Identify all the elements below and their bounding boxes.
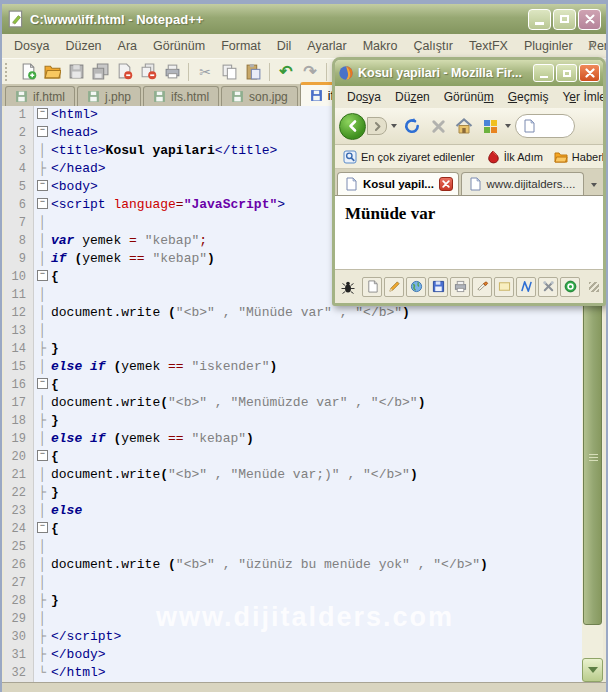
maximize-button[interactable]: [556, 64, 577, 82]
firefox-menu-item-1[interactable]: Düzen: [388, 90, 437, 104]
firefox-navbar: [335, 108, 603, 145]
fold-marker[interactable]: −: [34, 124, 51, 142]
maximize-icon: [560, 15, 569, 23]
fold-collapse-icon: −: [37, 126, 48, 137]
toolbar-cut-button[interactable]: ✂: [193, 60, 217, 83]
browser-tab-0[interactable]: Kosul yapil...: [337, 172, 459, 195]
toolbar-paste-button[interactable]: [241, 60, 265, 83]
home-button[interactable]: [453, 114, 475, 138]
line-number: 18: [4, 412, 34, 430]
toolbar-copy-button[interactable]: [217, 60, 241, 83]
fold-marker: ├: [34, 340, 51, 358]
code-line: 30├</script>: [4, 628, 582, 646]
npp-menu-item-3[interactable]: Görünüm: [145, 34, 213, 58]
close-icon: [442, 180, 450, 188]
fold-marker[interactable]: −: [34, 106, 51, 124]
statusbar-palette-button[interactable]: [494, 277, 514, 297]
document-tab-son.jpg[interactable]: son.jpg: [221, 86, 298, 106]
speed-dial-dropdown-icon[interactable]: [505, 124, 511, 128]
bookmark-item-2[interactable]: Haberler: [550, 150, 603, 164]
tab-save-icon: [231, 90, 244, 103]
close-button[interactable]: [578, 9, 601, 30]
minimize-button[interactable]: [528, 9, 551, 30]
fold-marker[interactable]: −: [34, 178, 51, 196]
history-dropdown-icon[interactable]: [391, 124, 397, 128]
bug-icon: [340, 279, 356, 295]
bookmark-item-1[interactable]: İlk Adım: [482, 150, 547, 164]
scrollbar-down-button[interactable]: [582, 658, 603, 682]
firefox-menu-item-4[interactable]: Yer İmleri: [555, 90, 603, 104]
npp-menu-item-9[interactable]: TextFX: [461, 34, 516, 58]
notepadpp-titlebar[interactable]: C:\www\iff.html - Notepad++: [2, 4, 606, 34]
fold-marker[interactable]: −: [34, 448, 51, 466]
firefox-menu-item-0[interactable]: Dosya: [340, 90, 388, 104]
statusbar-pencil-button[interactable]: [384, 277, 404, 297]
statusbar-bug-button[interactable]: [339, 277, 357, 297]
chevron-left-icon: [346, 119, 360, 133]
firefox-titlebar[interactable]: Kosul yapilari - Mozilla Fir...: [335, 60, 603, 86]
document-tab-if.html[interactable]: if.html: [5, 86, 75, 106]
npp-menu-item-5[interactable]: Dil: [269, 34, 300, 58]
statusbar-blank-page-button[interactable]: [362, 277, 382, 297]
browser-tab-1[interactable]: www.dijitalders....: [461, 172, 585, 195]
maximize-button[interactable]: [553, 9, 576, 30]
fold-marker: │: [34, 556, 51, 574]
statusbar-save-page-button[interactable]: [428, 277, 448, 297]
toolbar-close-file-button[interactable]: [112, 60, 136, 83]
back-button[interactable]: [339, 113, 366, 140]
toolbar-open-folder-button[interactable]: [40, 60, 64, 83]
url-bar[interactable]: [515, 114, 575, 138]
line-number: 32: [4, 664, 34, 682]
fold-marker: ├: [34, 484, 51, 502]
tab-save-icon: [15, 90, 28, 103]
stop-button[interactable]: [427, 114, 449, 138]
npp-menu-item-2[interactable]: Ara: [110, 34, 145, 58]
fold-marker[interactable]: −: [34, 268, 51, 286]
toolbar-undo-button[interactable]: ↶: [274, 60, 298, 83]
statusbar-print-page-button[interactable]: [450, 277, 470, 297]
scrollbar-thumb[interactable]: [583, 290, 602, 625]
firefox-logo-icon: [338, 65, 354, 81]
toolbar-save-button[interactable]: [64, 60, 88, 83]
fold-marker[interactable]: −: [34, 376, 51, 394]
code-line: 19│else if (yemek == "kebap"): [4, 430, 582, 448]
statusbar-globe-button[interactable]: [406, 277, 426, 297]
firefox-menu-item-2[interactable]: Görünüm: [437, 90, 501, 104]
fold-marker[interactable]: −: [34, 520, 51, 538]
document-tab-ifs.html[interactable]: ifs.html: [143, 86, 219, 106]
npp-menu-item-1[interactable]: Düzen: [57, 34, 109, 58]
toolbar-new-file-button[interactable]: [16, 60, 40, 83]
fold-collapse-icon: −: [37, 108, 48, 119]
bookmark-item-0[interactable]: En çok ziyaret edilenler: [339, 150, 479, 164]
firefox-menu-item-3[interactable]: Geçmiş: [501, 90, 556, 104]
npp-menu-item-7[interactable]: Makro: [355, 34, 406, 58]
toolbar-redo-button[interactable]: ↷: [298, 60, 322, 83]
line-number: 24: [4, 520, 34, 538]
npp-menu-item-0[interactable]: Dosya: [6, 34, 57, 58]
tab-close-button[interactable]: [439, 177, 453, 191]
toolbar-close-all-button[interactable]: [136, 60, 160, 83]
speed-dial-button[interactable]: [479, 114, 501, 138]
statusbar-edit-note-button[interactable]: [472, 277, 492, 297]
toolbar-save-all-button[interactable]: [88, 60, 112, 83]
resize-grip-icon[interactable]: [589, 282, 599, 292]
tab-list-dropdown-button[interactable]: [586, 175, 601, 195]
line-number: 17: [4, 394, 34, 412]
minimize-button[interactable]: [533, 64, 554, 82]
line-number: 25: [4, 538, 34, 556]
statusbar-zigzag-button[interactable]: [516, 277, 536, 297]
npp-menu-item-4[interactable]: Format: [213, 34, 269, 58]
fold-marker[interactable]: −: [34, 196, 51, 214]
maximize-icon: [563, 70, 571, 77]
toolbar-print-button[interactable]: [160, 60, 184, 83]
close-button[interactable]: [579, 64, 600, 82]
refresh-button[interactable]: [401, 114, 423, 138]
npp-menu-item-10[interactable]: Pluginler: [516, 34, 581, 58]
menubar-close-icon[interactable]: X: [588, 39, 596, 53]
statusbar-tools-button[interactable]: [538, 277, 558, 297]
statusbar-info-button[interactable]: [560, 277, 580, 297]
npp-menu-item-8[interactable]: Çalıştır: [405, 34, 461, 58]
npp-menu-item-6[interactable]: Ayarlar: [299, 34, 354, 58]
forward-button[interactable]: [367, 117, 387, 135]
document-tab-j.php[interactable]: j.php: [77, 86, 141, 106]
